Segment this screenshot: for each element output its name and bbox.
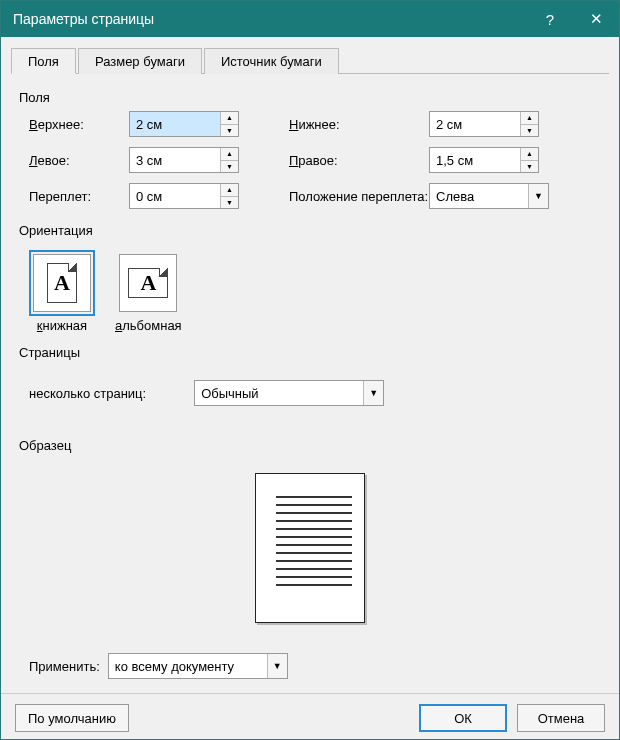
spinner-up-icon[interactable]: ▲ <box>221 112 238 125</box>
spinner-down-icon[interactable]: ▼ <box>521 125 538 137</box>
apply-to-value: ко всему документу <box>109 659 267 674</box>
dialog-footer: По умолчанию ОК Отмена <box>1 693 619 740</box>
margins-group-label: Поля <box>19 90 601 105</box>
spinner-up-icon[interactable]: ▲ <box>221 148 238 161</box>
ok-button[interactable]: ОК <box>419 704 507 732</box>
preview-area <box>19 459 601 627</box>
margins-grid: Верхнее: ▲▼ Нижнее: ▲▼ Левое: ▲▼ Правое:… <box>19 111 601 217</box>
chevron-down-icon[interactable]: ▼ <box>267 654 287 678</box>
landscape-icon: A <box>119 254 177 312</box>
spinner-down-icon[interactable]: ▼ <box>521 161 538 173</box>
spinner-buttons[interactable]: ▲▼ <box>520 112 538 136</box>
chevron-down-icon[interactable]: ▼ <box>363 381 383 405</box>
spinner-buttons[interactable]: ▲▼ <box>520 148 538 172</box>
orientation-group: A книжная A альбомная <box>19 244 601 339</box>
portrait-icon: A <box>33 254 91 312</box>
tab-paper-size[interactable]: Размер бумаги <box>78 48 202 74</box>
gutter-position-value: Слева <box>430 189 528 204</box>
orientation-portrait-label: книжная <box>33 318 91 333</box>
spinner-buttons[interactable]: ▲▼ <box>220 184 238 208</box>
spinner-up-icon[interactable]: ▲ <box>521 148 538 161</box>
margin-top-spinner[interactable]: ▲▼ <box>129 111 239 137</box>
preview-page-icon <box>255 473 365 623</box>
help-icon[interactable]: ? <box>527 1 573 37</box>
gutter-spinner[interactable]: ▲▼ <box>129 183 239 209</box>
close-icon[interactable]: ✕ <box>573 1 619 37</box>
gutter-input[interactable] <box>130 184 220 208</box>
set-default-button[interactable]: По умолчанию <box>15 704 129 732</box>
apply-to-label: Применить: <box>29 659 100 674</box>
margin-right-label: Правое: <box>289 153 429 168</box>
tab-paper-source[interactable]: Источник бумаги <box>204 48 339 74</box>
margin-left-label: Левое: <box>29 153 129 168</box>
multiple-pages-label: несколько страниц: <box>29 386 146 401</box>
orientation-portrait[interactable]: A книжная <box>33 254 91 333</box>
pages-group-label: Страницы <box>19 345 601 360</box>
margin-left-input[interactable] <box>130 148 220 172</box>
tab-strip: Поля Размер бумаги Источник бумаги <box>11 47 609 74</box>
gutter-position-label: Положение переплета: <box>289 189 429 204</box>
margin-right-spinner[interactable]: ▲▼ <box>429 147 539 173</box>
margin-bottom-spinner[interactable]: ▲▼ <box>429 111 539 137</box>
spinner-up-icon[interactable]: ▲ <box>521 112 538 125</box>
orientation-landscape[interactable]: A альбомная <box>115 254 182 333</box>
page-setup-dialog: Параметры страницы ? ✕ Поля Размер бумаг… <box>0 0 620 740</box>
spinner-buttons[interactable]: ▲▼ <box>220 112 238 136</box>
spinner-down-icon[interactable]: ▼ <box>221 125 238 137</box>
margin-top-input[interactable] <box>130 112 220 136</box>
apply-row: Применить: ко всему документу ▼ <box>19 627 601 685</box>
margin-bottom-input[interactable] <box>430 112 520 136</box>
titlebar: Параметры страницы ? ✕ <box>1 1 619 37</box>
window-title: Параметры страницы <box>13 11 527 27</box>
margin-right-input[interactable] <box>430 148 520 172</box>
spinner-buttons[interactable]: ▲▼ <box>220 148 238 172</box>
tab-margins[interactable]: Поля <box>11 48 76 74</box>
spinner-down-icon[interactable]: ▼ <box>221 161 238 173</box>
spinner-up-icon[interactable]: ▲ <box>221 184 238 197</box>
pages-row: несколько страниц: Обычный ▼ <box>19 366 601 412</box>
chevron-down-icon[interactable]: ▼ <box>528 184 548 208</box>
cancel-button[interactable]: Отмена <box>517 704 605 732</box>
apply-to-combo[interactable]: ко всему документу ▼ <box>108 653 288 679</box>
orientation-group-label: Ориентация <box>19 223 601 238</box>
preview-group-label: Образец <box>19 438 601 453</box>
margin-bottom-label: Нижнее: <box>289 117 429 132</box>
spinner-down-icon[interactable]: ▼ <box>221 197 238 209</box>
margin-left-spinner[interactable]: ▲▼ <box>129 147 239 173</box>
orientation-landscape-label: альбомная <box>115 318 182 333</box>
gutter-position-combo[interactable]: Слева ▼ <box>429 183 549 209</box>
tab-panel-margins: Поля Верхнее: ▲▼ Нижнее: ▲▼ Левое: ▲▼ Пр… <box>1 74 619 693</box>
multiple-pages-value: Обычный <box>195 386 363 401</box>
gutter-label: Переплет: <box>29 189 129 204</box>
multiple-pages-combo[interactable]: Обычный ▼ <box>194 380 384 406</box>
margin-top-label: Верхнее: <box>29 117 129 132</box>
